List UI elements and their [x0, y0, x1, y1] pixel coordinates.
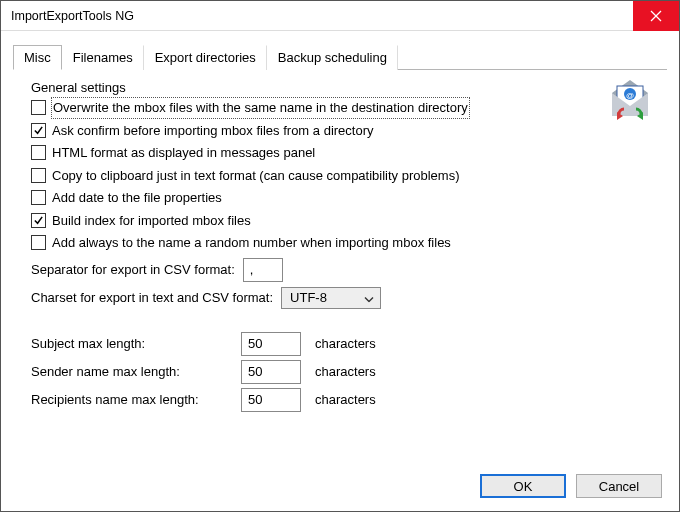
input-separator[interactable] [243, 258, 283, 282]
tab-export-directories[interactable]: Export directories [144, 45, 267, 70]
chevron-down-icon [364, 290, 374, 305]
cancel-button[interactable]: Cancel [576, 474, 662, 498]
label-overwrite: Overwrite the mbox files with the same n… [52, 98, 469, 118]
label-charset: Charset for export in text and CSV forma… [31, 290, 273, 305]
checkbox-build-index[interactable] [31, 213, 46, 228]
label-sender-max: Sender name max length: [31, 364, 241, 379]
checkbox-ask-confirm[interactable] [31, 123, 46, 138]
label-add-date: Add date to the file properties [52, 188, 222, 208]
suffix-recipients: characters [315, 392, 376, 407]
tab-misc[interactable]: Misc [13, 45, 62, 70]
checkbox-add-date[interactable] [31, 190, 46, 205]
input-subject-max[interactable] [241, 332, 301, 356]
app-logo-icon: @ [605, 76, 655, 129]
label-subject-max: Subject max length: [31, 336, 241, 351]
select-charset-value: UTF-8 [290, 290, 327, 305]
dialog-footer: OK Cancel [480, 474, 662, 498]
input-recipients-max[interactable] [241, 388, 301, 412]
label-copy-clipboard: Copy to clipboard just in text format (c… [52, 166, 460, 186]
close-icon [650, 10, 662, 22]
label-recipients-max: Recipients name max length: [31, 392, 241, 407]
input-sender-max[interactable] [241, 360, 301, 384]
select-charset[interactable]: UTF-8 [281, 287, 381, 309]
label-add-random: Add always to the name a random number w… [52, 233, 451, 253]
suffix-sender: characters [315, 364, 376, 379]
svg-text:@: @ [626, 91, 634, 100]
window-title: ImportExportTools NG [1, 9, 633, 23]
ok-button[interactable]: OK [480, 474, 566, 498]
label-separator: Separator for export in CSV format: [31, 262, 235, 277]
tab-panel-misc: @ General settings Overwrite the mbox fi… [1, 70, 679, 424]
checkbox-overwrite[interactable] [31, 100, 46, 115]
checkbox-html-format[interactable] [31, 145, 46, 160]
suffix-subject: characters [315, 336, 376, 351]
label-build-index: Build index for imported mbox files [52, 211, 251, 231]
label-html-format: HTML format as displayed in messages pan… [52, 143, 315, 163]
tab-bar: Misc Filenames Export directories Backup… [13, 45, 667, 70]
close-button[interactable] [633, 1, 679, 31]
label-ask-confirm: Ask confirm before importing mbox files … [52, 121, 374, 141]
checkbox-copy-clipboard[interactable] [31, 168, 46, 183]
checkbox-add-random[interactable] [31, 235, 46, 250]
tab-filenames[interactable]: Filenames [62, 45, 144, 70]
tab-backup-scheduling[interactable]: Backup scheduling [267, 45, 398, 70]
titlebar: ImportExportTools NG [1, 1, 679, 31]
general-settings-heading: General settings [31, 80, 655, 95]
